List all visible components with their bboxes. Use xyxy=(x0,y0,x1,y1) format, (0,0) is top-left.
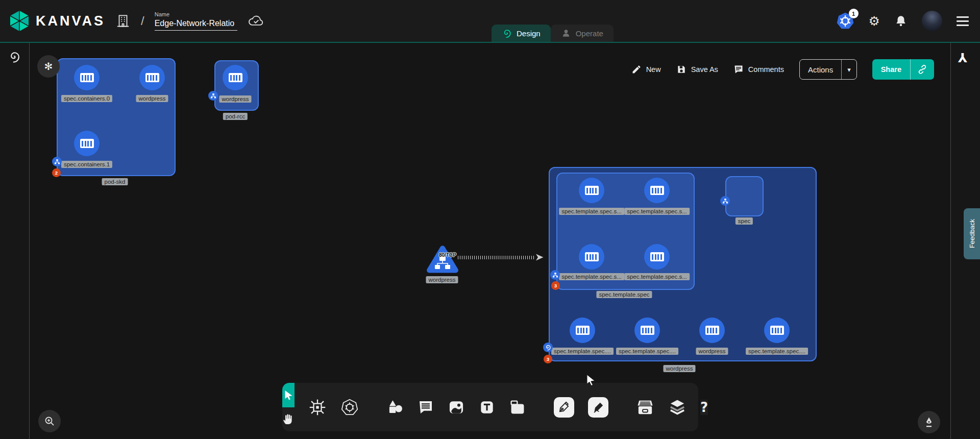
node-container[interactable] xyxy=(579,178,604,203)
note-tool[interactable] xyxy=(509,399,526,416)
error-count-badge[interactable]: 2 xyxy=(52,168,61,177)
copy-link-button[interactable] xyxy=(911,59,934,80)
pen-mode-button[interactable] xyxy=(918,411,940,433)
hierarchy-badge-icon[interactable] xyxy=(720,196,730,206)
feedback-label: Feedback xyxy=(968,219,976,248)
meshery-spiral-icon[interactable] xyxy=(8,50,21,63)
save-as-button-label: Save As xyxy=(691,65,718,74)
node-label: spec.containers.0 xyxy=(61,95,112,102)
snowflake-icon: ✻ xyxy=(44,60,53,72)
save-as-button[interactable]: Save As xyxy=(676,64,718,75)
error-count-badge[interactable]: 3 xyxy=(551,281,560,290)
node-label: wordpress xyxy=(696,348,728,355)
node-container[interactable] xyxy=(570,318,595,343)
kubernetes-outline-icon xyxy=(340,398,359,417)
select-tool[interactable] xyxy=(282,383,295,407)
error-count-badge[interactable]: 3 xyxy=(544,355,552,363)
node-label: spec.template.spec.s... xyxy=(624,273,690,280)
image-tool[interactable] xyxy=(448,399,465,416)
layers-tool[interactable] xyxy=(668,398,687,417)
comment-tool[interactable] xyxy=(418,399,434,416)
group-spec-template-spec[interactable] xyxy=(556,173,695,290)
text-icon xyxy=(479,399,495,416)
text-tool[interactable] xyxy=(479,399,495,416)
right-panel-toggle-icon[interactable]: Y xyxy=(958,50,967,64)
tab-operate-label: Operate xyxy=(576,29,603,38)
share-button[interactable]: Share xyxy=(872,59,910,80)
edge-service-to-deployment[interactable] xyxy=(458,256,535,259)
group-label: spec xyxy=(736,217,753,225)
hierarchy-badge-icon[interactable] xyxy=(208,91,218,101)
edge-arrowhead xyxy=(535,253,544,261)
k8s-context-count-badge: 1 xyxy=(849,9,859,18)
feedback-tab[interactable]: Feedback xyxy=(964,208,980,259)
left-dock xyxy=(0,43,30,439)
node-label: spec.template.spec.s... xyxy=(559,273,624,280)
notifications-bell-icon[interactable] xyxy=(894,14,908,28)
node-container[interactable] xyxy=(764,318,790,343)
user-avatar[interactable] xyxy=(922,11,942,31)
node-container[interactable] xyxy=(699,318,725,343)
comments-button-label: Comments xyxy=(748,65,784,74)
mouse-cursor xyxy=(585,374,597,387)
note-card-icon xyxy=(509,399,526,416)
node-container[interactable] xyxy=(644,244,670,270)
node-container[interactable] xyxy=(634,318,660,343)
spiral-badge-icon[interactable] xyxy=(543,343,553,352)
freehand-draw-tool[interactable] xyxy=(588,397,608,418)
image-icon xyxy=(448,399,465,416)
node-container[interactable] xyxy=(223,65,248,90)
edge-port-label: 80/TCP xyxy=(439,252,456,258)
pen-nib-icon xyxy=(923,416,935,428)
brand[interactable]: KANVAS xyxy=(9,10,105,32)
pen-tool[interactable] xyxy=(554,397,574,418)
app-header: KANVAS / Name Design xyxy=(0,0,980,43)
drawer-tool[interactable] xyxy=(636,398,654,417)
hamburger-menu-icon[interactable] xyxy=(957,16,969,26)
new-button[interactable]: New xyxy=(631,64,661,75)
actions-dropdown-caret[interactable]: ▾ xyxy=(842,60,856,79)
kanvas-logo-icon xyxy=(9,10,30,32)
help-tool[interactable]: ? xyxy=(700,400,708,415)
kanvas-app: KANVAS / Name Design xyxy=(0,0,980,439)
comments-button[interactable]: Comments xyxy=(733,64,784,75)
hierarchy-badge-icon[interactable] xyxy=(550,270,560,280)
node-container[interactable] xyxy=(139,65,165,90)
cloud-saved-icon xyxy=(248,14,265,28)
shapes-tool[interactable] xyxy=(386,399,404,416)
design-action-bar: New Save As Comments Actions ▾ Share xyxy=(631,59,934,80)
node-label: spec.template.spec.... xyxy=(616,348,678,355)
node-container[interactable] xyxy=(644,178,670,203)
pencil-scribble-icon xyxy=(592,401,605,414)
node-service-triangle[interactable] xyxy=(425,243,460,275)
share-split-button: Share xyxy=(872,59,934,80)
hierarchy-badge-icon[interactable] xyxy=(52,157,62,166)
zoom-search-button[interactable] xyxy=(38,410,61,432)
design-name-input[interactable] xyxy=(155,18,237,31)
pan-tool[interactable] xyxy=(282,407,295,432)
tab-design[interactable]: Design xyxy=(492,25,551,42)
canvas-toolbar: ? xyxy=(282,383,698,431)
node-container[interactable] xyxy=(579,244,604,270)
settings-gear-icon[interactable]: ⚙ xyxy=(869,15,880,28)
kubernetes-components-tool[interactable] xyxy=(340,398,359,417)
hand-icon xyxy=(282,413,295,425)
k8s-context-switcher[interactable]: 1 xyxy=(836,12,854,30)
node-container[interactable] xyxy=(74,131,100,156)
cursor-arrow-icon xyxy=(282,389,295,401)
operate-person-icon xyxy=(561,28,571,38)
node-label: wordpress xyxy=(219,95,251,103)
shapes-icon xyxy=(386,399,404,416)
actions-button[interactable]: Actions xyxy=(800,60,841,79)
node-container[interactable] xyxy=(74,65,100,90)
design-spiral-icon xyxy=(502,28,512,38)
group-spec-empty[interactable] xyxy=(725,176,764,216)
canvas-context-button[interactable]: ✻ xyxy=(37,55,60,78)
organization-icon[interactable] xyxy=(115,13,131,29)
node-label: wordpress xyxy=(136,95,168,102)
magnifier-plus-icon xyxy=(43,415,56,427)
tab-operate[interactable]: Operate xyxy=(551,25,614,42)
components-tool[interactable] xyxy=(308,398,327,417)
node-label: spec.template.spec.... xyxy=(746,348,808,355)
brand-name: KANVAS xyxy=(36,13,105,29)
